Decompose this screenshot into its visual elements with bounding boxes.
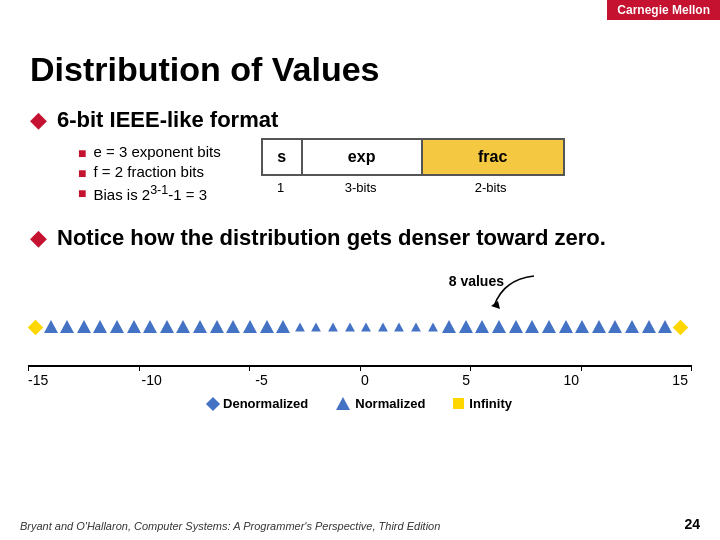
axis-label-15: 15 — [672, 372, 688, 388]
sub-bullet-mark-1: ■ — [78, 145, 86, 161]
bullet-1: ◆ 6-bit IEEE-like format — [30, 107, 690, 133]
point-neg3 — [226, 319, 240, 337]
point-pos13 — [642, 319, 656, 337]
point-pos2b — [459, 319, 473, 337]
bullet-2: ◆ Notice how the distribution gets dense… — [30, 225, 690, 251]
point-pos11 — [608, 319, 622, 337]
point-neg15-inf — [30, 319, 41, 337]
sub-bullet-mark-2: ■ — [78, 165, 86, 181]
point-pos9 — [592, 319, 606, 337]
axis-label-neg5: -5 — [255, 372, 267, 388]
legend-inf: Infinity — [453, 396, 512, 411]
point-neg14 — [44, 319, 58, 337]
legend-denorm-icon — [206, 396, 220, 410]
point-pos6 — [542, 319, 556, 337]
point-pos2a — [442, 319, 456, 337]
point-neg13 — [60, 319, 74, 337]
axis-label-neg15: -15 — [28, 372, 48, 388]
point-pos1b — [395, 322, 405, 335]
point-pos14 — [658, 319, 672, 337]
point-neg12 — [77, 319, 91, 337]
legend-norm-label: Normalized — [355, 396, 425, 411]
chart-legend: Denormalized Normalized Infinity — [28, 396, 692, 411]
footer-text: Bryant and O'Hallaron, Computer Systems:… — [20, 520, 440, 532]
ieee-box-s: s — [263, 140, 303, 174]
point-pos7 — [559, 319, 573, 337]
point-pos5 — [525, 319, 539, 337]
point-neg5 — [176, 319, 190, 337]
axis-label-neg10: -10 — [142, 372, 162, 388]
point-neg2d — [243, 319, 257, 337]
point-pos1c — [411, 322, 421, 335]
ieee-box-exp: exp — [303, 140, 423, 174]
sub-bullet-2: ■ f = 2 fraction bits — [78, 163, 221, 181]
sub-bullets: ■ e = 3 exponent bits ■ f = 2 fraction b… — [78, 143, 221, 205]
ieee-diagram: s exp frac — [261, 138, 565, 176]
curve-arrow-icon — [484, 271, 544, 311]
sub-bullet-3: ■ Bias is 23-1-1 = 3 — [78, 183, 221, 203]
sub-bullet-3-text: Bias is 23-1-1 = 3 — [93, 183, 207, 203]
ieee-label-exp: 3-bits — [301, 180, 421, 195]
legend-norm: Normalized — [336, 396, 425, 411]
point-pos4 — [509, 319, 523, 337]
notice-section: ◆ Notice how the distribution gets dense… — [30, 225, 690, 251]
legend-denorm-label: Denormalized — [223, 396, 308, 411]
cmu-brand: Carnegie Mellon — [607, 0, 720, 20]
axis-line — [28, 365, 692, 367]
sub-bullet-1-text: e = 3 exponent bits — [93, 143, 220, 160]
axis-label-0: 0 — [361, 372, 369, 388]
point-pos15-inf — [675, 319, 686, 337]
point-neg1e — [361, 322, 371, 335]
point-pos12 — [625, 319, 639, 337]
point-pos2c — [475, 319, 489, 337]
page-title: Distribution of Values — [30, 50, 690, 89]
point-neg1d — [345, 322, 355, 335]
axis-labels: -15 -10 -5 0 5 10 15 — [28, 372, 688, 388]
legend-denorm: Denormalized — [208, 396, 308, 411]
point-neg2f — [276, 319, 290, 337]
bullet-circle-1: ◆ — [30, 109, 47, 131]
bullet-1-text: 6-bit IEEE-like format — [57, 107, 278, 133]
page-number: 24 — [684, 516, 700, 532]
legend-inf-label: Infinity — [469, 396, 512, 411]
sub-bullet-mark-3: ■ — [78, 185, 86, 201]
bullet-circle-2: ◆ — [30, 227, 47, 249]
ieee-label-s: 1 — [261, 180, 301, 195]
point-neg8 — [127, 319, 141, 337]
point-neg11 — [93, 319, 107, 337]
axis-label-5: 5 — [462, 372, 470, 388]
axis-label-10: 10 — [563, 372, 579, 388]
ieee-box-frac: frac — [423, 140, 563, 174]
point-neg6 — [160, 319, 174, 337]
point-neg4b — [193, 319, 207, 337]
ieee-label-frac: 2-bits — [421, 180, 561, 195]
point-neg1c — [328, 322, 338, 335]
legend-inf-icon — [453, 398, 464, 409]
sub-bullet-1: ■ e = 3 exponent bits — [78, 143, 221, 161]
point-neg7 — [143, 319, 157, 337]
bullet-2-text: Notice how the distribution gets denser … — [57, 225, 606, 251]
point-pos1a — [378, 322, 388, 335]
point-neg2e — [260, 319, 274, 337]
point-neg1a — [295, 322, 305, 335]
distribution-chart — [28, 311, 688, 337]
ieee-bit-labels: 1 3-bits 2-bits — [261, 180, 565, 195]
sub-bullet-2-text: f = 2 fraction bits — [93, 163, 203, 180]
point-pos8 — [575, 319, 589, 337]
point-pos3 — [492, 319, 506, 337]
point-neg4c — [210, 319, 224, 337]
point-pos1d — [428, 322, 438, 335]
legend-norm-icon — [336, 397, 350, 410]
point-neg9 — [110, 319, 124, 337]
point-neg1b — [311, 322, 321, 335]
